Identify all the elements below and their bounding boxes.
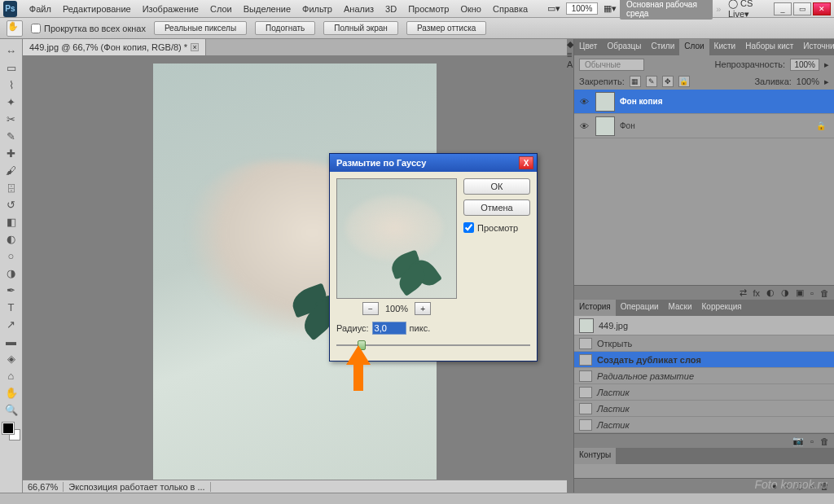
menu-analysis[interactable]: Анализ — [338, 4, 380, 14]
cslive-button[interactable]: ◯ CS Live▾ — [728, 0, 769, 20]
layer-thumbnail[interactable] — [595, 116, 615, 136]
preview-checkbox[interactable] — [463, 222, 474, 233]
tab-brush-presets[interactable]: Наборы кист — [740, 39, 798, 55]
cancel-button[interactable]: Отмена — [463, 199, 530, 216]
menu-window[interactable]: Окно — [454, 4, 487, 14]
layer-row[interactable]: 👁 Фон 🔒 — [574, 114, 834, 138]
tab-close-icon[interactable]: × — [191, 43, 199, 51]
gradient-tool-icon[interactable]: ◐ — [2, 230, 21, 247]
fx-icon[interactable]: fx — [753, 288, 761, 298]
eyedropper-tool-icon[interactable]: ✎ — [2, 128, 21, 144]
menu-edit[interactable]: Редактирование — [57, 4, 137, 14]
history-brush-tool-icon[interactable]: ↺ — [2, 196, 21, 213]
actual-pixels-button[interactable]: Реальные пикселы — [154, 21, 247, 35]
stamp-tool-icon[interactable]: ⌹ — [2, 179, 21, 195]
print-size-button[interactable]: Размер оттиска — [406, 21, 486, 35]
tab-layers[interactable]: Слои — [679, 39, 709, 55]
ok-button[interactable]: ОК — [463, 178, 530, 195]
menu-layers[interactable]: Слои — [204, 4, 238, 14]
dialog-preview[interactable] — [336, 178, 457, 299]
fit-screen-button[interactable]: Подогнать — [255, 21, 315, 35]
dodge-tool-icon[interactable]: ◑ — [2, 265, 21, 281]
wand-tool-icon[interactable]: ✦ — [2, 94, 21, 110]
menu-help[interactable]: Справка — [487, 4, 533, 14]
history-step[interactable]: Радиальное размытие — [574, 368, 834, 384]
heal-tool-icon[interactable]: ✚ — [2, 145, 21, 161]
workspace-switcher[interactable]: Основная рабочая среда — [620, 0, 713, 20]
hand-tool-icon[interactable]: ✋ — [7, 20, 23, 37]
status-readout[interactable]: Экспозиция работает только в ... — [64, 482, 210, 492]
type-tool-icon[interactable]: T — [2, 299, 21, 315]
lock-position-icon[interactable]: ✥ — [662, 76, 674, 87]
tab-styles[interactable]: Стили — [646, 39, 679, 55]
tab-adjustments[interactable]: Коррекция — [697, 300, 747, 316]
snapshot-icon[interactable]: 📷 — [792, 436, 804, 446]
history-step[interactable]: Открыть — [574, 335, 834, 352]
visibility-icon[interactable]: 👁 — [577, 121, 590, 131]
crop-tool-icon[interactable]: ✂ — [2, 111, 21, 127]
history-step[interactable]: Ластик — [574, 417, 834, 433]
mask-icon[interactable]: ◐ — [766, 287, 775, 298]
menu-filter[interactable]: Фильтр — [296, 4, 338, 14]
tab-clone-source[interactable]: Источник кло — [798, 39, 834, 55]
trash-icon[interactable]: 🗑 — [820, 436, 829, 446]
zoom-out-button[interactable]: − — [362, 302, 379, 315]
path-tool-icon[interactable]: ↗ — [2, 316, 21, 332]
menu-view[interactable]: Просмотр — [402, 4, 454, 14]
zoom-field[interactable]: 100% — [566, 2, 599, 15]
window-close-icon[interactable]: ✕ — [813, 2, 831, 15]
collapsed-panels[interactable]: ◆ ≡ A — [567, 39, 573, 493]
lock-transparent-icon[interactable]: ▦ — [630, 76, 641, 87]
zoom-in-button[interactable]: + — [415, 302, 431, 315]
collapsed-icon[interactable]: A — [567, 59, 573, 69]
new-doc-icon[interactable]: ▫ — [810, 436, 814, 446]
visibility-icon[interactable]: 👁 — [577, 97, 590, 107]
collapsed-icon[interactable]: ≡ — [567, 50, 573, 59]
lasso-tool-icon[interactable]: ⌇ — [2, 77, 21, 93]
layer-row[interactable]: 👁 Фон копия — [574, 90, 834, 114]
scroll-all-checkbox[interactable] — [31, 24, 41, 33]
history-step[interactable]: Ластик — [574, 401, 834, 417]
history-step[interactable]: Ластик — [574, 384, 834, 401]
tab-brushes[interactable]: Кисти — [709, 39, 741, 55]
brush-tool-icon[interactable]: 🖌 — [2, 162, 21, 178]
menu-file[interactable]: Файл — [24, 4, 57, 14]
move-tool-icon[interactable]: ↔ — [2, 42, 21, 59]
trash-icon[interactable]: 🗑 — [820, 288, 829, 298]
arrange-icon[interactable]: ▦▾ — [604, 3, 617, 14]
group-icon[interactable]: ▣ — [796, 287, 804, 298]
camera-tool-icon[interactable]: ⌂ — [2, 367, 21, 383]
menu-select[interactable]: Выделение — [238, 4, 296, 14]
fill-field[interactable]: 100% — [797, 77, 819, 86]
dialog-close-icon[interactable]: X — [519, 156, 533, 169]
document-tab[interactable]: 449.jpg @ 66,7% (Фон копия, RGB/8) *× — [23, 39, 206, 55]
marquee-tool-icon[interactable]: ▭ — [2, 59, 21, 76]
menu-image[interactable]: Изображение — [137, 4, 204, 14]
eraser-tool-icon[interactable]: ◧ — [2, 213, 21, 230]
layer-name[interactable]: Фон копия — [620, 97, 662, 106]
tab-masks[interactable]: Маски — [664, 300, 697, 316]
tab-color[interactable]: Цвет — [574, 39, 602, 55]
lock-all-icon[interactable]: 🔒 — [678, 76, 690, 87]
window-maximize-icon[interactable]: ▭ — [793, 2, 811, 15]
shape-tool-icon[interactable]: ▬ — [2, 333, 21, 349]
window-minimize-icon[interactable]: _ — [774, 2, 792, 15]
zoom-readout[interactable]: 66,67% — [23, 482, 64, 492]
menu-3d[interactable]: 3D — [380, 4, 402, 14]
tab-actions[interactable]: Операции — [616, 300, 664, 316]
zoom-tool-icon[interactable]: 🔍 — [2, 401, 21, 418]
history-document[interactable]: 449.jpg — [574, 316, 834, 335]
full-screen-button[interactable]: Полный экран — [323, 21, 398, 35]
tab-swatches[interactable]: Образцы — [602, 39, 646, 55]
layer-name[interactable]: Фон — [620, 121, 635, 130]
pen-tool-icon[interactable]: ✒ — [2, 282, 21, 298]
3d-tool-icon[interactable]: ◈ — [2, 350, 21, 366]
history-step[interactable]: Создать дубликат слоя — [574, 352, 834, 368]
hand-tool2-icon[interactable]: ✋ — [2, 384, 21, 401]
new-layer-icon[interactable]: ▫ — [810, 288, 814, 298]
adjustment-icon[interactable]: ◑ — [781, 287, 789, 298]
link-icon[interactable]: ⇄ — [740, 287, 747, 298]
color-swatches[interactable] — [2, 423, 20, 440]
collapsed-icon[interactable]: ◆ — [567, 39, 573, 50]
tab-history[interactable]: История — [574, 300, 616, 316]
